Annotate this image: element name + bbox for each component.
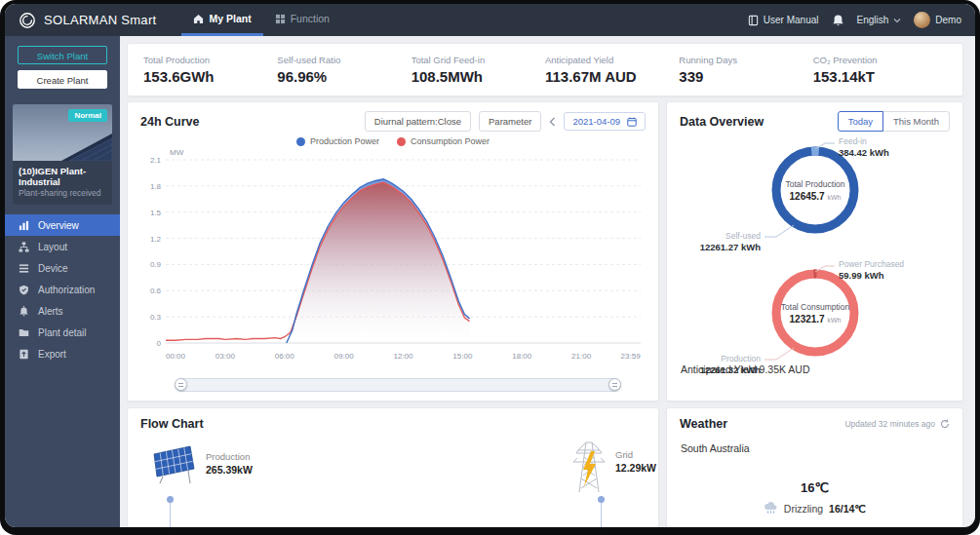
sidebar-menu: Overview Layout Device Au <box>5 214 120 364</box>
parameter-button[interactable]: Parameter <box>479 111 541 132</box>
username-label: Demo <box>935 15 961 25</box>
svg-text:0: 0 <box>157 339 162 348</box>
grid-tower-icon <box>568 434 609 494</box>
topbar: SOLARMAN Smart My Plant Function <box>5 4 975 36</box>
donut-center-value: 12321.7 kWh <box>790 314 842 325</box>
production-flow-line <box>170 503 171 527</box>
curve-panel: 24h Curve Diurnal pattern:Close Paramete… <box>127 101 659 401</box>
production-node-text: Production 265.39kW <box>206 451 253 476</box>
tab-function[interactable]: Function <box>263 4 341 36</box>
sidebar-item-export[interactable]: Export <box>5 343 120 364</box>
legend-label: Production Power <box>310 136 379 146</box>
export-file-icon <box>19 349 29 360</box>
legend-production[interactable]: Production Power <box>296 136 379 146</box>
language-selector[interactable]: English <box>857 15 902 25</box>
self-used-callout: Self-used 12261.27 kWh <box>671 231 761 253</box>
stat-value: 96.96% <box>277 68 411 85</box>
svg-text:0.9: 0.9 <box>150 260 162 269</box>
weather-updated: Updated 32 minutes ago <box>844 419 950 429</box>
stat-total-production: Total Production 153.6GWh <box>143 55 277 85</box>
svg-text:1.5: 1.5 <box>150 209 162 217</box>
sidebar-item-device[interactable]: Device <box>5 257 120 279</box>
bell-icon[interactable] <box>832 14 844 27</box>
zoom-handle-right[interactable] <box>608 378 621 391</box>
stat-self-used-ratio: Self-used Ratio 96.96% <box>277 55 411 85</box>
sidebar: Switch Plant Create Plant Normal (10)IGE… <box>5 36 120 527</box>
solarman-logo-icon <box>19 12 36 29</box>
grid-node-text: Grid 12.29kW <box>615 449 656 474</box>
24h-curve-chart[interactable]: 00.30.60.91.21.51.82.1MW00:0003:0006:000… <box>137 146 650 367</box>
menu-label: Alerts <box>38 306 63 317</box>
stat-value: 108.5MWh <box>412 68 545 85</box>
svg-text:2.1: 2.1 <box>150 156 162 165</box>
grid-icon <box>275 14 286 24</box>
menu-label: Overview <box>38 220 79 231</box>
weather-current: 16℃ Drizzling 16/14℃ <box>667 480 962 515</box>
sidebar-item-authorization[interactable]: Authorization <box>5 279 120 300</box>
sidebar-item-layout[interactable]: Layout <box>5 236 120 257</box>
sidebar-item-alerts[interactable]: Alerts <box>5 300 120 322</box>
svg-text:1.2: 1.2 <box>150 235 162 244</box>
menu-label: Authorization <box>38 285 95 295</box>
prev-date-icon[interactable] <box>549 117 556 127</box>
tab-label: Function <box>291 13 330 24</box>
this-month-button[interactable]: This Month <box>882 111 950 132</box>
diurnal-pattern-button[interactable]: Diurnal pattern:Close <box>365 111 471 132</box>
solar-panels-photo-graphic <box>44 122 112 161</box>
weather-title: Weather <box>680 417 727 431</box>
weather-panel: Weather Updated 32 minutes ago South Aus… <box>666 407 963 527</box>
menu-label: Layout <box>38 242 67 252</box>
grid-flow-dot <box>598 496 605 503</box>
svg-text:00:00: 00:00 <box>166 352 186 361</box>
stat-label: Anticipated Yield <box>545 55 679 65</box>
refresh-icon[interactable] <box>940 419 950 429</box>
chart-zoom-scrollbar[interactable] <box>175 378 621 392</box>
grid-flow-line <box>601 503 602 527</box>
user-menu[interactable]: Demo <box>914 12 961 28</box>
user-manual-button[interactable]: User Manual <box>748 15 819 26</box>
production-donut: Total Production 12645.7 kWh Feed-in 384… <box>667 139 962 254</box>
data-overview-title: Data Overview <box>680 115 764 129</box>
zoom-handle-left[interactable] <box>175 378 187 391</box>
user-manual-label: User Manual <box>764 15 819 25</box>
flow-chart-title: Flow Chart <box>140 417 204 431</box>
svg-text:0.3: 0.3 <box>150 313 162 322</box>
stat-label: Running Days <box>679 55 812 65</box>
sidebar-item-overview[interactable]: Overview <box>5 214 120 236</box>
main-content: Total Production 153.6GWh Self-used Rati… <box>120 36 975 527</box>
tab-label: My Plant <box>209 13 251 24</box>
svg-text:06:00: 06:00 <box>275 352 295 361</box>
bar-chart-icon <box>19 220 29 231</box>
legend-consumption[interactable]: Consumption Power <box>397 136 490 146</box>
rain-cloud-icon <box>764 502 778 515</box>
stats-bar: Total Production 153.6GWh Self-used Rati… <box>127 43 963 96</box>
plant-subtitle: Plant-sharing received <box>13 188 112 205</box>
grid-label: Grid <box>615 449 656 460</box>
svg-text:09:00: 09:00 <box>334 352 355 361</box>
chevron-down-icon <box>893 18 901 23</box>
tab-my-plant[interactable]: My Plant <box>181 4 262 36</box>
sidebar-item-plant-detail[interactable]: Plant detail <box>5 322 120 343</box>
stat-label: CO₂ Prevention <box>813 55 947 65</box>
weather-location: South Australia <box>667 431 962 454</box>
plant-card[interactable]: Normal (10)IGEN Plant-Industrial Plant-s… <box>13 104 112 205</box>
flow-chart-panel: Flow Chart Production 265.3 <box>127 407 659 527</box>
svg-text:0.6: 0.6 <box>150 287 162 295</box>
date-picker[interactable]: 2021-04-09 <box>564 112 646 131</box>
main-tabs: My Plant Function <box>181 4 340 36</box>
book-icon <box>748 15 759 26</box>
switch-plant-button[interactable]: Switch Plant <box>18 46 107 64</box>
create-plant-button[interactable]: Create Plant <box>18 70 107 89</box>
brand-name: SOLARMAN Smart <box>44 13 156 27</box>
current-temperature: 16℃ <box>667 480 962 495</box>
legend-label: Consumption Power <box>411 136 490 146</box>
home-icon <box>193 14 204 24</box>
production-flow-dot <box>167 496 174 503</box>
app-screen: SOLARMAN Smart My Plant Function <box>5 4 975 527</box>
svg-text:1.8: 1.8 <box>150 182 162 191</box>
topbar-right: User Manual English Demo <box>748 12 961 28</box>
language-label: English <box>857 15 889 25</box>
svg-text:23:59: 23:59 <box>621 352 642 361</box>
svg-text:MW: MW <box>170 148 184 157</box>
today-button[interactable]: Today <box>838 111 883 132</box>
